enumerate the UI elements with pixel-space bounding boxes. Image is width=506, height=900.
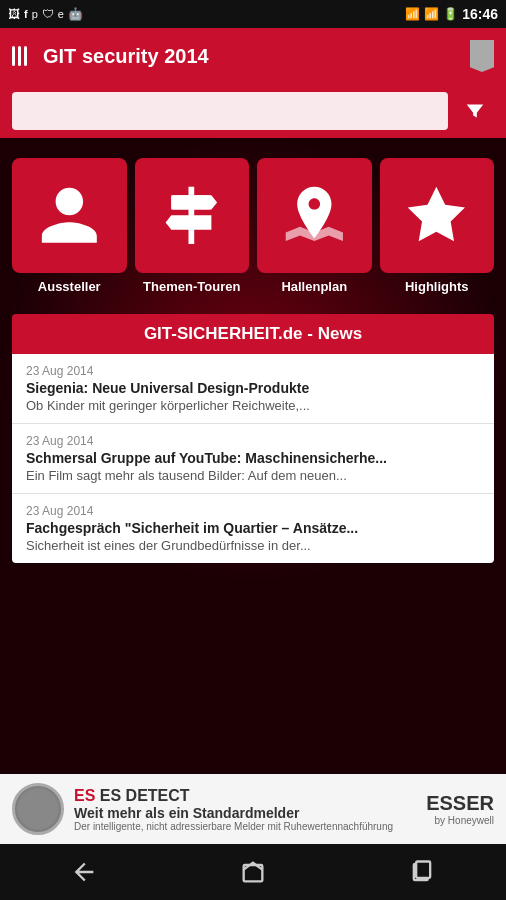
news-date-1: 23 Aug 2014 — [26, 364, 480, 378]
signal-icon: 📶 — [424, 7, 439, 21]
ad-banner[interactable]: ES ES DETECT Weit mehr als ein Standardm… — [0, 774, 506, 844]
status-icons: 🖼 f p 🛡 e 🤖 — [8, 7, 83, 21]
ad-brand-es: ES — [74, 787, 95, 804]
battery-icon: 🔋 — [443, 7, 458, 21]
e-icon: e — [58, 8, 64, 20]
home-button[interactable] — [239, 858, 267, 886]
news-title-3: Fachgespräch "Sicherheit im Quartier – A… — [26, 520, 480, 536]
highlights-icon-box — [380, 158, 495, 273]
highlights-label: Highlights — [405, 279, 469, 295]
nav-grid: Aussteller Themen-Touren H — [12, 158, 494, 294]
grid-item-themen-touren[interactable]: Themen-Touren — [135, 158, 250, 294]
ad-logo-esser: ESSER — [426, 792, 494, 815]
svg-marker-2 — [172, 195, 218, 209]
pinterest-icon: p — [32, 8, 38, 20]
recent-apps-icon — [408, 858, 436, 886]
ad-sub: Der intelligente, nicht adressierbare Me… — [74, 821, 416, 832]
hallenplan-icon-box — [257, 158, 372, 273]
filter-button[interactable] — [456, 92, 494, 130]
news-date-2: 23 Aug 2014 — [26, 434, 480, 448]
search-bar — [0, 84, 506, 138]
ad-text: ES ES DETECT Weit mehr als ein Standardm… — [74, 787, 416, 832]
news-item-2[interactable]: 23 Aug 2014 Schmersal Gruppe auf YouTube… — [12, 424, 494, 494]
ad-tagline: Weit mehr als ein Standardmelder — [74, 805, 416, 821]
home-icon — [239, 858, 267, 886]
app-title: GIT security 2014 — [43, 45, 454, 68]
camera-icon: 🖼 — [8, 7, 20, 21]
shield-icon: 🛡 — [42, 7, 54, 21]
star-icon — [402, 181, 471, 250]
hamburger-menu-button[interactable] — [12, 46, 27, 66]
news-item-3[interactable]: 23 Aug 2014 Fachgespräch "Sicherheit im … — [12, 494, 494, 563]
status-right-icons: 📶 📶 🔋 16:46 — [405, 6, 498, 22]
aussteller-icon-box — [12, 158, 127, 273]
news-date-3: 23 Aug 2014 — [26, 504, 480, 518]
news-excerpt-3: Sicherheit ist eines der Grundbedürfniss… — [26, 538, 480, 553]
grid-item-highlights[interactable]: Highlights — [380, 158, 495, 294]
main-content: Aussteller Themen-Touren H — [0, 138, 506, 583]
ad-brand: ES ES DETECT — [74, 787, 416, 805]
clock: 16:46 — [462, 6, 498, 22]
ad-logo-right: ESSER by Honeywell — [426, 792, 494, 826]
svg-marker-3 — [166, 215, 212, 229]
android-icon: 🤖 — [68, 7, 83, 21]
facebook-icon: f — [24, 8, 28, 20]
recent-apps-button[interactable] — [408, 858, 436, 886]
search-input[interactable] — [12, 92, 448, 130]
grid-item-hallenplan[interactable]: Hallenplan — [257, 158, 372, 294]
news-list: 23 Aug 2014 Siegenia: Neue Universal Des… — [12, 354, 494, 563]
grid-item-aussteller[interactable]: Aussteller — [12, 158, 127, 294]
themen-touren-label: Themen-Touren — [143, 279, 240, 295]
themen-touren-icon-box — [135, 158, 250, 273]
news-excerpt-1: Ob Kinder mit geringer körperlicher Reic… — [26, 398, 480, 413]
filter-icon — [464, 100, 486, 122]
news-section: GIT-SICHERHEIT.de - News 23 Aug 2014 Sie… — [12, 314, 494, 563]
status-bar: 🖼 f p 🛡 e 🤖 📶 📶 🔋 16:46 — [0, 0, 506, 28]
back-button[interactable] — [70, 858, 98, 886]
back-icon — [70, 858, 98, 886]
wifi-icon: 📶 — [405, 7, 420, 21]
bookmark-icon[interactable] — [470, 40, 494, 72]
hallenplan-label: Hallenplan — [281, 279, 347, 295]
svg-rect-6 — [416, 862, 430, 878]
bottom-nav — [0, 844, 506, 900]
map-icon — [280, 181, 349, 250]
signpost-icon — [157, 181, 226, 250]
news-item-1[interactable]: 23 Aug 2014 Siegenia: Neue Universal Des… — [12, 354, 494, 424]
news-excerpt-2: Ein Film sagt mehr als tausend Bilder: A… — [26, 468, 480, 483]
ad-product-image — [12, 783, 64, 835]
news-title-1: Siegenia: Neue Universal Design-Produkte — [26, 380, 480, 396]
news-title-2: Schmersal Gruppe auf YouTube: Maschinens… — [26, 450, 480, 466]
person-icon — [35, 181, 104, 250]
aussteller-label: Aussteller — [38, 279, 101, 295]
ad-brand-name: ES DETECT — [100, 787, 190, 804]
ad-logo-sub: by Honeywell — [435, 815, 494, 826]
news-header: GIT-SICHERHEIT.de - News — [12, 314, 494, 354]
toolbar: GIT security 2014 — [0, 28, 506, 84]
